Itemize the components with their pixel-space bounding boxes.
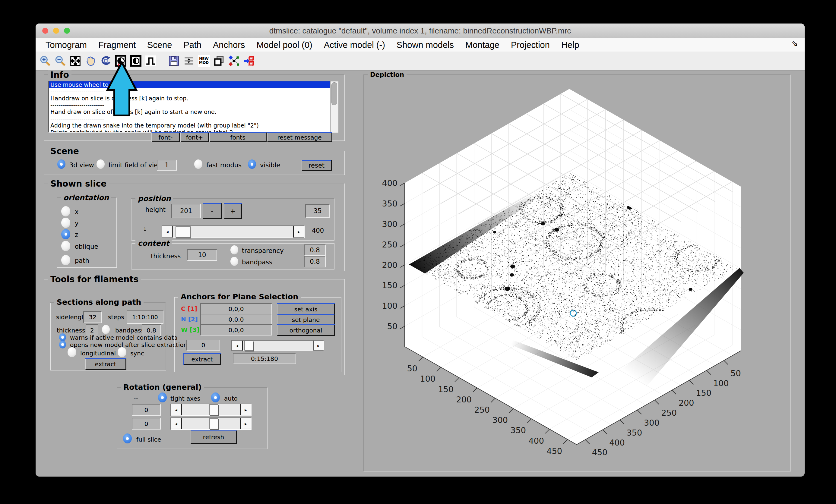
expand-icon[interactable]	[69, 55, 81, 67]
transparency-radio[interactable]	[230, 245, 238, 254]
height-plus-button[interactable]: +	[224, 203, 242, 219]
slider-right-arrow[interactable]: ▸	[240, 404, 251, 415]
orientation-radio-path[interactable]	[61, 255, 70, 265]
bandpass-radio[interactable]	[230, 257, 238, 266]
orientation-radio-y[interactable]	[61, 218, 70, 228]
menu-item-help[interactable]: Help	[555, 40, 585, 50]
menu-item-model-pool-0-[interactable]: Model pool (0)	[251, 40, 318, 50]
fonts-button[interactable]: fonts	[209, 132, 267, 142]
warns-radio[interactable]	[59, 333, 66, 341]
slider-track[interactable]	[173, 226, 293, 237]
bandpass-field[interactable]: 0.8	[304, 256, 326, 267]
scene-limit-field[interactable]: 1	[157, 160, 177, 171]
rotation-value2-field[interactable]: 0	[132, 418, 161, 429]
menu-item-fragment[interactable]: Fragment	[93, 40, 141, 50]
orthogonal-button[interactable]: orthogonal	[277, 324, 335, 336]
info-message-row[interactable]: --------------------------	[49, 102, 330, 109]
sections-extract-button[interactable]: extract	[85, 358, 126, 370]
auto-radio[interactable]	[211, 392, 220, 402]
font-minus-button[interactable]: font-	[151, 132, 180, 142]
anchor-points-icon[interactable]	[228, 55, 240, 67]
slice-contrast-full-icon[interactable]: Full	[115, 55, 127, 67]
scene-visible-radio[interactable]	[248, 159, 256, 169]
slider-thumb[interactable]	[244, 341, 253, 351]
orientation-radio-z[interactable]	[61, 229, 70, 239]
longitudinal-radio[interactable]	[68, 347, 76, 357]
export-model-icon[interactable]	[243, 55, 255, 67]
sync-radio[interactable]	[118, 347, 126, 357]
transparency-field[interactable]: 0.8	[304, 245, 326, 256]
menu-item-scene[interactable]: Scene	[141, 40, 178, 50]
slider-thumb[interactable]	[209, 418, 218, 429]
info-scrollbar[interactable]	[330, 81, 338, 132]
scene-limit-radio[interactable]	[96, 159, 104, 169]
info-message-row[interactable]: Use mouse wheel to scroll	[49, 81, 330, 88]
rotation-value1-field[interactable]: 0	[132, 404, 161, 416]
thickness-field[interactable]: 10	[187, 249, 217, 261]
info-message-row[interactable]: Handdraw on slice is on. Press [k] again…	[49, 95, 330, 102]
set-plane-button[interactable]: set plane	[277, 314, 335, 326]
step-field[interactable]: 35	[305, 204, 330, 218]
info-listbox[interactable]: Use mouse wheel to scroll---------------…	[48, 81, 338, 133]
menu-item-projection[interactable]: Projection	[505, 40, 555, 50]
refresh-button[interactable]: refresh	[191, 430, 237, 444]
tight-axes-radio[interactable]	[158, 392, 167, 402]
pan-hand-icon[interactable]	[84, 55, 96, 67]
slider-left-arrow[interactable]: ◂	[162, 226, 173, 237]
slider-left-arrow[interactable]: ◂	[232, 341, 243, 351]
scene-reset-button[interactable]: reset	[302, 160, 332, 171]
font-plus-button[interactable]: font+	[180, 132, 209, 142]
slider-thumb[interactable]	[209, 404, 218, 415]
new-model-icon[interactable]: NEW MOD	[198, 55, 210, 67]
slice-contrast-icon[interactable]	[130, 55, 142, 67]
slider-left-arrow[interactable]: ◂	[171, 404, 182, 415]
slider-thumb[interactable]	[175, 226, 191, 237]
scene-fast-radio[interactable]	[194, 159, 202, 169]
slider-track[interactable]	[243, 341, 313, 351]
scene-3d-view-radio[interactable]	[57, 159, 65, 169]
opens-radio[interactable]	[59, 341, 66, 348]
menu-item-shown-models[interactable]: Shown models	[391, 40, 460, 50]
sidelength-field[interactable]: 32	[83, 311, 102, 323]
stack-adjust-icon[interactable]	[183, 55, 195, 67]
menu-item-montage[interactable]: Montage	[460, 40, 505, 50]
menu-item-tomogram[interactable]: Tomogram	[40, 40, 93, 50]
anchors-extract-button[interactable]: extract	[183, 353, 221, 365]
zoom-out-icon[interactable]	[54, 55, 66, 67]
info-message-row[interactable]: Hand draw on slice off. Press [k] again …	[49, 109, 330, 115]
set-axis-button[interactable]: set axis	[277, 303, 335, 315]
slider-track[interactable]	[182, 404, 240, 415]
slider-right-arrow[interactable]: ▸	[293, 226, 304, 237]
slider-left-arrow[interactable]: ◂	[171, 418, 182, 429]
info-scrollbar-thumb[interactable]	[331, 82, 337, 105]
anchor-range-field[interactable]: 0:15:180	[233, 353, 296, 364]
menu-overflow-icon[interactable]: ⇘	[791, 39, 798, 48]
sections-bandpass-radio[interactable]	[102, 325, 110, 334]
height-slider[interactable]: ◂ ▸	[162, 226, 305, 238]
orientation-radio-oblique[interactable]	[61, 241, 70, 251]
full-slice-radio[interactable]	[123, 433, 132, 443]
anchor-field-2[interactable]: 0,0,0	[200, 314, 272, 325]
anchor-field-3[interactable]: 0,0,0	[200, 324, 272, 335]
slider-right-arrow[interactable]: ▸	[240, 418, 251, 429]
slider-track[interactable]	[182, 418, 240, 429]
pulse-icon[interactable]	[145, 55, 157, 67]
slider-right-arrow[interactable]: ▸	[313, 341, 324, 351]
save-icon[interactable]	[168, 55, 180, 67]
reset-message-button[interactable]: reset message	[267, 132, 332, 142]
rotation-slider-1[interactable]: ◂ ▸	[170, 404, 251, 416]
menu-item-path[interactable]: Path	[178, 40, 207, 50]
orientation-radio-x[interactable]	[61, 206, 70, 216]
info-message-row[interactable]: Adding the drawn snake into the temporar…	[49, 122, 330, 129]
menu-item-anchors[interactable]: Anchors	[207, 40, 251, 50]
anchor-field-1[interactable]: 0,0,0	[200, 303, 272, 314]
info-message-row[interactable]: --------------------------	[49, 88, 330, 95]
rotate-3d-icon[interactable]	[99, 55, 112, 67]
copy-object-icon[interactable]	[213, 55, 225, 67]
height-field[interactable]: 201	[171, 204, 201, 218]
info-message-row[interactable]: --------------------------	[49, 115, 330, 122]
anchor-angle-slider[interactable]: ◂ ▸	[231, 340, 324, 351]
rotation-slider-2[interactable]: ◂ ▸	[170, 418, 251, 430]
height-minus-button[interactable]: -	[203, 203, 222, 219]
zoom-in-icon[interactable]	[39, 55, 51, 67]
